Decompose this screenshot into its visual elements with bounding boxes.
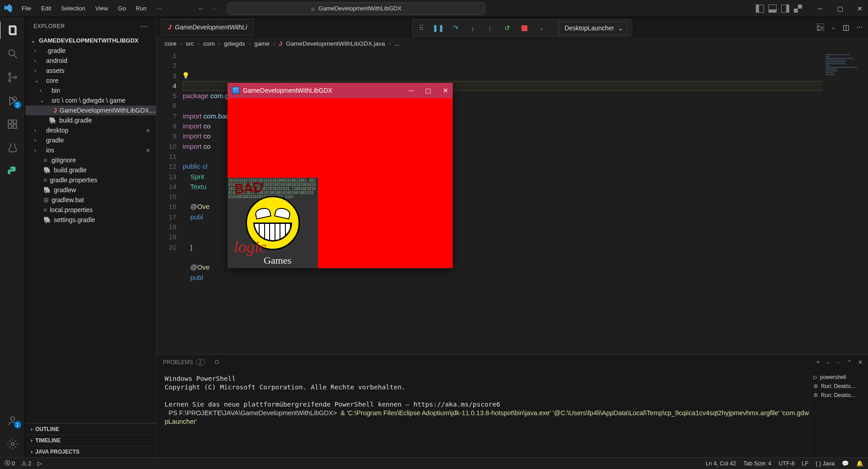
run-arrow-icon[interactable]: ▷ (817, 24, 824, 31)
pause-icon[interactable]: ❚❚ (434, 24, 443, 33)
tree-item[interactable]: ⌄src \ com \ gdwgdx \ game (25, 95, 156, 105)
close-panel-icon[interactable]: ✕ (858, 359, 863, 365)
terminal-dropdown-icon[interactable]: ⌄ (826, 359, 830, 365)
toggle-panel-icon[interactable] (768, 5, 777, 13)
cursor-position[interactable]: Ln 4, Col 42 (706, 460, 736, 467)
stop-icon[interactable] (520, 24, 529, 33)
launch-config-dropdown[interactable]: DesktopLauncher (559, 21, 627, 35)
outline-section[interactable]: ›OUTLINE (25, 423, 156, 435)
notifications-icon[interactable]: 🔔 (856, 460, 863, 467)
source-control-icon[interactable] (6, 71, 19, 84)
nav-back-icon[interactable]: ← (198, 5, 205, 13)
tree-item[interactable]: 🐘gradlew (25, 185, 156, 195)
toggle-primary-sidebar-icon[interactable] (756, 5, 764, 13)
step-out-icon[interactable]: ↑ (485, 24, 494, 33)
encoding[interactable]: UTF-8 (778, 460, 794, 467)
tree-item[interactable]: ⌄core (25, 76, 156, 85)
nav-forward-icon[interactable]: → (211, 5, 218, 13)
minimize-icon[interactable]: ─ (816, 4, 825, 13)
status-errors[interactable]: ⓧ0 (5, 460, 15, 467)
tree-item[interactable]: 🐘build.gradle (25, 115, 156, 125)
crumb[interactable]: ... (394, 40, 399, 47)
restart-icon[interactable]: ↺ (503, 24, 512, 33)
terminal-output[interactable]: Windows PowerShell Copyright (C) Microso… (157, 370, 868, 457)
tree-item[interactable]: ›.gradle (25, 46, 156, 56)
game-titlebar[interactable]: GameDevelopmentWithLibGDX ─ ▢ ✕ (228, 83, 453, 98)
terminal-entry[interactable]: ⚙Run: Deskto... (813, 391, 864, 400)
menu-file[interactable]: File (17, 3, 36, 14)
timeline-section[interactable]: ›TIMELINE (25, 435, 156, 446)
explorer-more-icon[interactable]: ··· (140, 22, 148, 31)
step-into-icon[interactable]: ↓ (468, 24, 477, 33)
run-debug-icon[interactable]: 2 (6, 94, 19, 108)
tree-item[interactable]: 🐘settings.gradle (25, 215, 156, 225)
crumb[interactable]: GameDevelopmentWithLibGDX.java (286, 40, 385, 47)
tree-item[interactable]: JGameDevelopmentWithLibGDX.... (25, 105, 156, 115)
run-dropdown-icon[interactable]: ⌄ (831, 24, 835, 30)
search-activity-icon[interactable] (6, 47, 19, 61)
minimap-content (825, 54, 865, 75)
tree-item[interactable]: ⊞gradlew.bat (25, 195, 156, 205)
menu-more[interactable]: ··· (152, 3, 166, 14)
tree-item[interactable]: ›bin (25, 85, 156, 95)
crumb[interactable]: core (165, 40, 176, 47)
menu-view[interactable]: View (91, 3, 113, 14)
game-maximize-icon[interactable]: ▢ (425, 87, 431, 94)
crumb[interactable]: com (203, 40, 215, 47)
tree-item[interactable]: ›gradle (25, 135, 156, 145)
game-minimize-icon[interactable]: ─ (409, 87, 413, 94)
maximize-icon[interactable]: ▢ (835, 4, 844, 13)
terminal-entry[interactable]: ⚙Run: Deskto... (813, 382, 864, 391)
command-center[interactable]: ⌕ GameDevelopmentWithLibGDX (228, 2, 485, 15)
menu-selection[interactable]: Selection (57, 3, 90, 14)
game-close-icon[interactable]: ✕ (443, 87, 448, 94)
tree-item[interactable]: ≡local.properties (25, 205, 156, 215)
extensions-icon[interactable] (6, 118, 19, 131)
panel-more-icon[interactable]: ··· (836, 359, 841, 365)
tree-item[interactable]: ›assets (25, 66, 156, 76)
tree-item[interactable]: 🐘build.gradle (25, 165, 156, 175)
customize-layout-icon[interactable] (794, 5, 802, 13)
problems-tab[interactable]: PROBLEMS 2 (163, 359, 205, 365)
lightbulb-icon[interactable]: 💡 (182, 71, 190, 81)
breadcrumbs[interactable]: core› src› com› gdwgdx› game› J GameDeve… (157, 37, 868, 50)
stop-dropdown-icon[interactable]: ⌄ (537, 24, 546, 33)
tree-item[interactable]: ›ios (25, 145, 156, 155)
project-title[interactable]: ⌄ GAMEDEVELOPMENTWITHLIBGDX (25, 35, 156, 46)
new-terminal-icon[interactable]: + (816, 359, 820, 365)
split-editor-icon[interactable]: ◫ (843, 23, 849, 32)
python-icon[interactable] (6, 165, 19, 178)
status-warnings[interactable]: ⚠2 (21, 460, 31, 467)
debug-status-icon[interactable]: ▷ (38, 460, 42, 467)
close-icon[interactable]: ✕ (855, 4, 864, 13)
tree-item[interactable]: ≡.gitignore (25, 155, 156, 165)
language-mode[interactable]: { } Java (816, 460, 835, 467)
step-over-icon[interactable]: ↷ (451, 24, 460, 33)
settings-gear-icon[interactable] (6, 437, 19, 451)
output-tab[interactable]: O (215, 359, 219, 365)
terminal-entry[interactable]: ▷powershell (813, 373, 864, 382)
drag-handle-icon[interactable]: ⠿ (417, 24, 426, 33)
toggle-secondary-sidebar-icon[interactable] (781, 5, 789, 13)
explorer-icon[interactable] (6, 24, 19, 37)
tab-size[interactable]: Tab Size: 4 (743, 460, 771, 467)
feedback-icon[interactable]: 💬 (842, 460, 849, 467)
menu-go[interactable]: Go (114, 3, 130, 14)
crumb[interactable]: gdwgdx (224, 40, 245, 47)
tree-item[interactable]: ›android (25, 56, 156, 66)
tree-item[interactable]: ›desktop (25, 125, 156, 135)
java-projects-section[interactable]: ›JAVA PROJECTS (25, 446, 156, 457)
testing-icon[interactable] (6, 141, 19, 155)
eol[interactable]: LF (802, 460, 809, 467)
menu-run[interactable]: Run (131, 3, 151, 14)
crumb[interactable]: game (254, 40, 270, 47)
minimap[interactable] (823, 50, 868, 354)
accounts-icon[interactable]: 1 (6, 414, 19, 427)
maximize-panel-icon[interactable]: ⌃ (847, 359, 852, 365)
tree-item[interactable]: ≡gradle.properties (25, 175, 156, 185)
menu-edit[interactable]: Edit (37, 3, 56, 14)
crumb[interactable]: src (186, 40, 194, 47)
editor-more-icon[interactable]: ··· (857, 23, 863, 31)
editor-tab[interactable]: J GameDevelopmentWithLi (161, 19, 254, 35)
tree-label: core (46, 77, 58, 84)
